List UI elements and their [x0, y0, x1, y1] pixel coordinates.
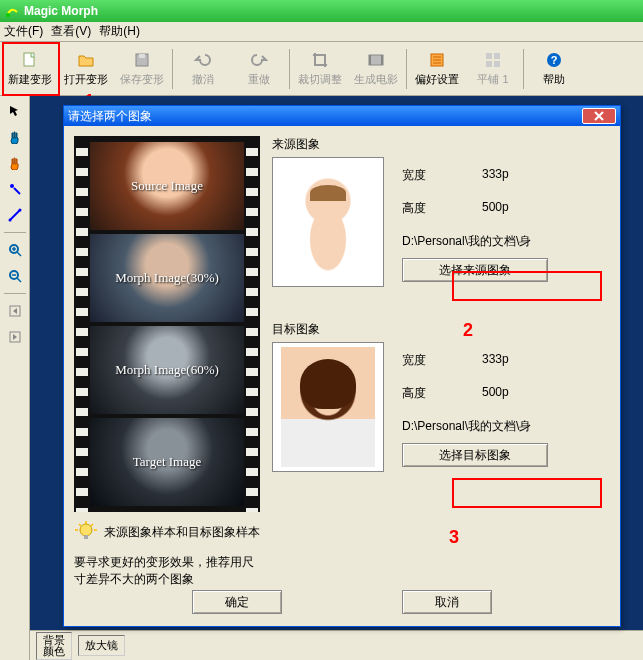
svg-rect-4	[369, 55, 383, 65]
help-button[interactable]: ? 帮助	[526, 45, 582, 93]
open-morph-button[interactable]: 打开变形	[58, 45, 114, 93]
side-separator	[4, 293, 26, 294]
target-thumbnail	[272, 342, 384, 472]
undo-button[interactable]: 撤消	[175, 45, 231, 93]
crop-icon	[310, 50, 330, 70]
tile-button[interactable]: 平铺 1	[465, 45, 521, 93]
svg-rect-22	[84, 535, 88, 539]
target-width-label: 宽度	[402, 352, 462, 369]
close-icon	[593, 111, 605, 121]
cancel-button[interactable]: 取消	[402, 590, 492, 614]
toolbar: 新建变形 打开变形 保存变形 撤消 重做 裁切调整 生成电影 偏好设置 平铺 1…	[0, 42, 643, 96]
source-section: 来源图象 宽度 333p 高度 500p D:\Personal\我的文档\身 …	[272, 136, 610, 287]
toolbar-separator	[406, 49, 407, 89]
svg-rect-8	[486, 53, 492, 59]
save-morph-button[interactable]: 保存变形	[114, 45, 170, 93]
bg-color-label[interactable]: 背景 颜色	[36, 632, 72, 660]
sprocket-holes	[76, 136, 88, 512]
select-images-dialog: 请选择两个图象 Source Image Morph Image(30%) Mo…	[63, 105, 621, 627]
svg-rect-9	[494, 53, 500, 59]
svg-point-15	[8, 219, 11, 222]
source-thumbnail	[272, 157, 384, 287]
save-icon	[132, 50, 152, 70]
prefs-icon	[427, 50, 447, 70]
movie-icon	[366, 50, 386, 70]
film-frame-4: Target Image	[90, 418, 244, 506]
target-height-value: 500p	[482, 385, 548, 402]
source-height-value: 500p	[482, 200, 548, 217]
hint1: 来源图象样本和目标图象样本	[104, 524, 260, 541]
new-morph-button[interactable]: 新建变形	[2, 45, 58, 93]
crop-button[interactable]: 裁切调整	[292, 45, 348, 93]
crop-label: 裁切调整	[298, 72, 342, 87]
generate-button[interactable]: 生成电影	[348, 45, 404, 93]
zoom-in-tool[interactable]	[4, 239, 26, 261]
hand-freeze-tool[interactable]	[4, 126, 26, 148]
hint2: 要寻求更好的变形效果，推荐用尺寸差异不大的两个图象	[74, 554, 260, 588]
menu-help[interactable]: 帮助(H)	[99, 23, 140, 40]
svg-rect-5	[369, 55, 371, 65]
svg-point-21	[80, 524, 92, 536]
target-label: 目标图象	[272, 321, 610, 338]
zoom-out-tool[interactable]	[4, 265, 26, 287]
source-height-label: 高度	[402, 200, 462, 217]
close-button[interactable]	[582, 108, 616, 124]
side-toolbar	[0, 96, 30, 660]
select-source-button[interactable]: 选择来源图象	[402, 258, 548, 282]
menu-view[interactable]: 查看(V)	[51, 23, 91, 40]
menubar: 文件(F) 查看(V) 帮助(H)	[0, 22, 643, 42]
prefs-label: 偏好设置	[415, 72, 459, 87]
line-tool[interactable]	[4, 204, 26, 226]
point-tool[interactable]	[4, 178, 26, 200]
source-width-label: 宽度	[402, 167, 462, 184]
redo-icon	[249, 50, 269, 70]
svg-rect-10	[486, 61, 492, 67]
source-path: D:\Personal\我的文档\身	[402, 233, 548, 250]
sprocket-holes	[246, 136, 258, 512]
svg-point-16	[18, 209, 21, 212]
prev-tool[interactable]	[4, 300, 26, 322]
dialog-titlebar[interactable]: 请选择两个图象	[64, 106, 620, 126]
svg-rect-6	[381, 55, 383, 65]
target-path: D:\Personal\我的文档\身	[402, 418, 548, 435]
prefs-button[interactable]: 偏好设置	[409, 45, 465, 93]
help-label: 帮助	[543, 72, 565, 87]
toolbar-separator	[523, 49, 524, 89]
svg-point-14	[10, 184, 14, 188]
tile-icon	[483, 50, 503, 70]
toolbar-separator	[289, 49, 290, 89]
new-label: 新建变形	[8, 72, 52, 87]
svg-rect-3	[139, 54, 145, 58]
window-titlebar: Magic Morph	[0, 0, 643, 22]
undo-icon	[193, 50, 213, 70]
magnify-label[interactable]: 放大镜	[78, 635, 125, 656]
annotation-number-2: 2	[463, 320, 473, 341]
svg-text:?: ?	[551, 54, 558, 66]
menu-file[interactable]: 文件(F)	[4, 23, 43, 40]
film-frame-1: Source Image	[90, 142, 244, 230]
window-title: Magic Morph	[24, 4, 98, 18]
new-icon	[20, 50, 40, 70]
pointer-tool[interactable]	[4, 100, 26, 122]
film-frame-2: Morph Image(30%)	[90, 234, 244, 322]
dialog-title: 请选择两个图象	[68, 108, 582, 125]
svg-rect-11	[494, 61, 500, 67]
source-label: 来源图象	[272, 136, 610, 153]
help-icon: ?	[544, 50, 564, 70]
target-section: 目标图象 宽度 333p 高度 500p D:\Personal\我的文档\身 …	[272, 321, 610, 472]
bulb-icon	[74, 520, 98, 544]
next-tool[interactable]	[4, 326, 26, 348]
svg-point-0	[6, 13, 10, 17]
undo-label: 撤消	[192, 72, 214, 87]
bottom-panel: 背景 颜色 放大镜	[30, 630, 643, 660]
film-frame-3: Morph Image(60%)	[90, 326, 244, 414]
ok-button[interactable]: 确定	[192, 590, 282, 614]
redo-button[interactable]: 重做	[231, 45, 287, 93]
select-target-button[interactable]: 选择目标图象	[402, 443, 548, 467]
hand-warm-tool[interactable]	[4, 152, 26, 174]
toolbar-separator	[172, 49, 173, 89]
source-width-value: 333p	[482, 167, 548, 184]
save-label: 保存变形	[120, 72, 164, 87]
annotation-number-3: 3	[449, 527, 459, 548]
target-height-label: 高度	[402, 385, 462, 402]
